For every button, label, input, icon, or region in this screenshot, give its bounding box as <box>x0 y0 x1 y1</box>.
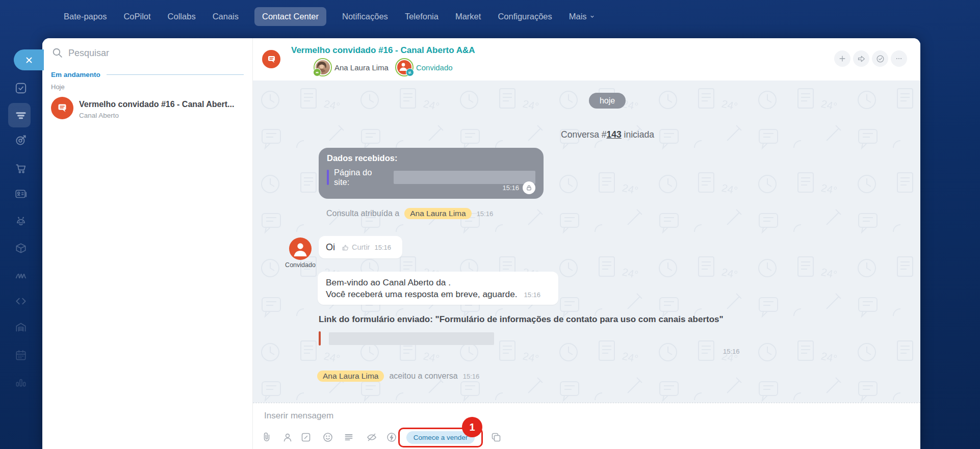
market-icon[interactable] <box>14 242 28 255</box>
forward-icon[interactable] <box>853 50 869 67</box>
message-composer: Comece a vender 1 <box>253 403 920 449</box>
attach-file-icon[interactable] <box>261 431 273 443</box>
e-signature-icon[interactable] <box>14 269 28 282</box>
chat-header: Vermelho convidado #16 - Canal Aberto A&… <box>253 38 920 81</box>
chat-title[interactable]: Vermelho convidado #16 - Canal Aberto A&… <box>291 45 475 56</box>
open-lines-icon[interactable] <box>14 109 28 122</box>
conversation-list-pane: Em andamento Hoje Vermelho convidado #16… <box>42 38 253 449</box>
assigned-event: Consulta atribuída a Ana Laura Lima 15:1… <box>326 208 493 219</box>
welcome-message-bubble: Bem-vindo ao Canal Aberto da . Você rece… <box>318 272 558 305</box>
quote-bar <box>327 170 329 185</box>
section-em-andamento[interactable]: Em andamento <box>51 71 244 78</box>
nav-collabs[interactable]: Collabs <box>167 7 197 26</box>
close-icon <box>24 56 34 65</box>
guest-message-text: Oi <box>326 242 335 253</box>
guest-message-label: Convidado <box>282 261 318 269</box>
warehouse-icon[interactable] <box>14 321 28 334</box>
form-link-quote <box>319 331 494 346</box>
nav-notificacoes[interactable]: Notificações <box>341 7 389 26</box>
message-area: 24° hoje Conversa #143 iniciada Dados re… <box>253 81 920 403</box>
redacted-link[interactable] <box>329 332 494 345</box>
guest-message-author: Convidado <box>282 237 318 269</box>
nav-configuracoes[interactable]: Configurações <box>497 7 553 26</box>
emoji-icon[interactable] <box>322 431 334 443</box>
quote-bar <box>319 331 321 346</box>
chatbots-icon[interactable] <box>14 215 28 228</box>
nav-market[interactable]: Market <box>454 7 482 26</box>
guest-name[interactable]: Convidado <box>416 63 453 72</box>
guest-message-avatar[interactable] <box>289 237 312 260</box>
nav-contact-center[interactable]: Contact Center <box>254 7 326 26</box>
quick-actions-icon[interactable] <box>385 431 398 443</box>
nav-copilot[interactable]: CoPilot <box>122 7 151 26</box>
share-contact-icon[interactable] <box>281 431 294 443</box>
chat-pane: Vermelho convidado #16 - Canal Aberto A&… <box>253 38 920 449</box>
top-navigation: Bate-papos CoPilot Collabs Canais Contac… <box>63 0 596 33</box>
screenshot-icon[interactable] <box>490 431 502 443</box>
contact-center-window: Bate-papos CoPilot Collabs Canais Contac… <box>0 0 980 449</box>
message-time: 15:16 <box>502 184 519 192</box>
more-icon[interactable] <box>891 50 907 67</box>
canned-response-icon[interactable] <box>300 431 312 443</box>
search-input[interactable] <box>67 45 238 61</box>
conversation-number: 143 <box>607 129 622 140</box>
thumb-up-icon <box>342 244 349 251</box>
data-received-bubble: Dados recebidos: Página do site: 15:16 <box>319 148 544 199</box>
section-divider <box>107 74 244 75</box>
participants: Ana Laura Lima Convidado <box>315 59 453 76</box>
calendar-icon[interactable] <box>14 349 28 362</box>
search-icon <box>51 46 64 59</box>
group-label-hoje: Hoje <box>51 83 65 91</box>
nav-bate-papos[interactable]: Bate-papos <box>63 7 108 26</box>
lock-icon <box>523 181 535 194</box>
welcome-line-1: Bem-vindo ao Canal Aberto da . <box>326 277 550 288</box>
operator-name[interactable]: Ana Laura Lima <box>334 63 389 72</box>
check-circle-icon[interactable] <box>872 50 888 67</box>
chevron-down-icon <box>589 14 595 19</box>
guest-message-bubble: Oi Curtir 15:16 <box>319 236 402 258</box>
chat-header-actions <box>834 50 907 67</box>
accepted-event: Ana Laura Lima aceitou a conversa 15:16 <box>317 371 479 382</box>
welcome-line-2: Você receberá uma resposta em breve, agu… <box>326 289 518 299</box>
form-link-message: Link do formulário enviado: "Formulário … <box>319 314 778 325</box>
message-time: 15:16 <box>723 348 740 355</box>
transfer-badge-icon <box>406 68 414 76</box>
like-button[interactable]: Curtir <box>342 243 370 251</box>
data-received-title: Dados recebidos: <box>327 153 535 163</box>
data-field-label: Página do site: <box>334 168 390 187</box>
conversation-started-message: Conversa #143 iniciada <box>253 129 920 140</box>
developer-icon[interactable] <box>14 295 28 308</box>
operator-avatar[interactable] <box>315 59 331 75</box>
nav-telefonia[interactable]: Telefonia <box>404 7 440 26</box>
conversation-subtitle: Canal Aberto <box>79 112 119 119</box>
step-badge: 1 <box>462 417 482 437</box>
contact-center-panel: Em andamento Hoje Vermelho convidado #16… <box>42 38 920 449</box>
nav-mais[interactable]: Mais <box>568 7 596 26</box>
crown-badge-icon <box>313 68 321 76</box>
conversation-list-item[interactable]: Vermelho convidado #16 - Canal Abert... … <box>46 93 249 123</box>
add-icon[interactable] <box>834 50 850 67</box>
guest-avatar[interactable] <box>396 59 412 75</box>
hidden-message-icon[interactable] <box>366 431 378 443</box>
analytics-icon[interactable] <box>14 375 28 388</box>
contacts-icon[interactable] <box>14 188 28 201</box>
crm-marketing-icon[interactable] <box>14 134 28 147</box>
date-pill: hoje <box>589 93 626 109</box>
online-store-icon[interactable] <box>14 162 28 175</box>
message-input[interactable] <box>263 408 622 424</box>
quote-icon[interactable] <box>343 431 355 443</box>
user-tag: Ana Laura Lima <box>404 208 471 219</box>
chat-avatar <box>262 50 280 68</box>
user-tag: Ana Laura Lima <box>317 371 384 382</box>
tasks-icon[interactable] <box>14 82 28 95</box>
close-panel-button[interactable] <box>14 49 44 70</box>
conversation-title: Vermelho convidado #16 - Canal Abert... <box>79 100 246 109</box>
nav-canais[interactable]: Canais <box>212 7 240 26</box>
open-channel-avatar <box>51 97 73 119</box>
